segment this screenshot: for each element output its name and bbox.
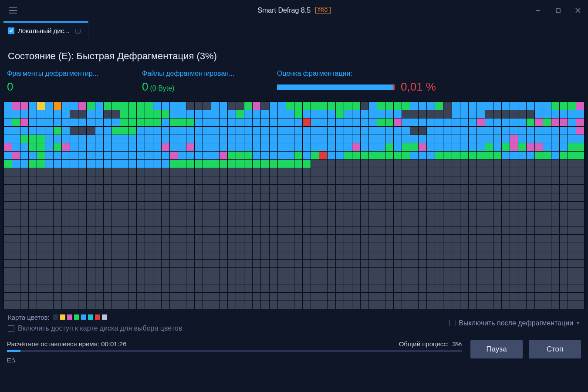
cluster-cell (435, 218, 443, 226)
cluster-cell (95, 235, 103, 243)
minimize-button[interactable] (528, 2, 548, 19)
cluster-cell (170, 235, 178, 243)
cluster-cell (402, 251, 410, 259)
cluster-cell (294, 293, 302, 301)
cluster-cell (211, 185, 219, 193)
legend-swatch[interactable] (95, 314, 100, 320)
cluster-cell (469, 218, 476, 226)
cluster-cell (29, 185, 37, 193)
cluster-cell (20, 268, 28, 276)
cluster-cell (369, 176, 377, 184)
drive-tab[interactable]: Локальный дис... (3, 21, 88, 39)
cluster-cell (510, 284, 518, 292)
cluster-cell (37, 210, 45, 218)
cluster-cell (576, 110, 584, 118)
cluster-cell (95, 160, 103, 168)
cluster-cell (294, 276, 302, 284)
cluster-cell (377, 276, 385, 284)
cluster-cell (270, 118, 277, 126)
cluster-cell (54, 226, 61, 234)
cluster-cell (195, 276, 203, 284)
cluster-cell (70, 127, 78, 135)
cluster-cell (220, 284, 227, 292)
cluster-cell (443, 301, 451, 309)
cluster-cell (543, 143, 551, 151)
cluster-cell (70, 168, 78, 176)
cluster-cell (568, 168, 576, 176)
cluster-cell (12, 210, 20, 218)
cluster-cell (29, 243, 37, 251)
cluster-cell (236, 210, 244, 218)
shutdown-after-dropdown[interactable]: Выключить после дефрагментации ▼ (449, 319, 580, 327)
maximize-button[interactable] (548, 2, 568, 19)
legend-swatch[interactable] (60, 314, 65, 320)
cluster-cell (485, 185, 493, 193)
cluster-cell (576, 243, 584, 251)
cluster-cell (162, 260, 169, 267)
legend-swatch[interactable] (81, 314, 86, 320)
cluster-cell (369, 193, 377, 201)
cluster-cell (286, 226, 294, 234)
cluster-cell (385, 268, 393, 276)
cluster-cell (186, 160, 194, 168)
legend-swatch[interactable] (53, 314, 58, 320)
cluster-cell (253, 293, 260, 301)
cluster-cell (527, 284, 534, 292)
cluster-cell (493, 293, 501, 301)
cluster-cell (62, 102, 70, 110)
stat-label: Фрагменты дефрагментир... (7, 70, 142, 78)
cluster-cell (319, 210, 327, 218)
cluster-cell (502, 143, 510, 151)
cluster-cell (303, 176, 311, 184)
cluster-cell (236, 135, 244, 143)
legend-swatch[interactable] (88, 314, 93, 320)
cluster-cell (137, 193, 145, 201)
cluster-cell (128, 168, 136, 176)
cluster-cell (385, 193, 393, 201)
cluster-cell (95, 276, 103, 284)
checkbox-checked-icon[interactable] (8, 27, 14, 34)
cluster-cell (37, 268, 45, 276)
cluster-cell (278, 226, 286, 234)
legend-swatch[interactable] (102, 314, 107, 320)
legend-swatch[interactable] (74, 314, 79, 320)
cluster-cell (78, 268, 86, 276)
cluster-cell (253, 276, 260, 284)
cluster-cell (435, 118, 443, 126)
cluster-cell (162, 268, 169, 276)
cluster-cell (435, 268, 443, 276)
cluster-cell (352, 185, 360, 193)
cluster-cell (328, 202, 335, 210)
cluster-cell (45, 226, 53, 234)
cluster-cell (70, 143, 78, 151)
cluster-cell (20, 160, 28, 168)
cluster-cell (29, 110, 37, 118)
menu-button[interactable] (4, 2, 22, 19)
enable-map-access-checkbox[interactable]: Включить доступ к карте диска для выбора… (8, 324, 182, 332)
stop-button[interactable]: Стоп (529, 340, 581, 358)
cluster-cell (394, 243, 402, 251)
cluster-cell (120, 243, 128, 251)
cluster-cell (37, 235, 45, 243)
cluster-cell (270, 202, 277, 210)
cluster-cell (95, 202, 103, 210)
cluster-cell (385, 143, 393, 151)
cluster-cell (469, 284, 476, 292)
cluster-cell (535, 293, 543, 301)
close-button[interactable] (568, 2, 588, 19)
cluster-cell (162, 276, 169, 284)
cluster-cell (485, 301, 493, 309)
cluster-cell (4, 276, 12, 284)
cluster-cell (460, 210, 468, 218)
cluster-cell (112, 135, 120, 143)
stat-files: Файлы дефрагментирован... 0(0 Byte) (142, 70, 277, 94)
pause-button[interactable]: Пауза (470, 340, 523, 358)
cluster-cell (112, 168, 120, 176)
cluster-cell (493, 193, 501, 201)
cluster-cell (560, 152, 568, 159)
cluster-cell (410, 202, 418, 210)
legend-swatch[interactable] (67, 314, 72, 320)
cluster-cell (311, 168, 319, 176)
cluster-cell (543, 276, 551, 284)
cluster-cell (344, 185, 352, 193)
